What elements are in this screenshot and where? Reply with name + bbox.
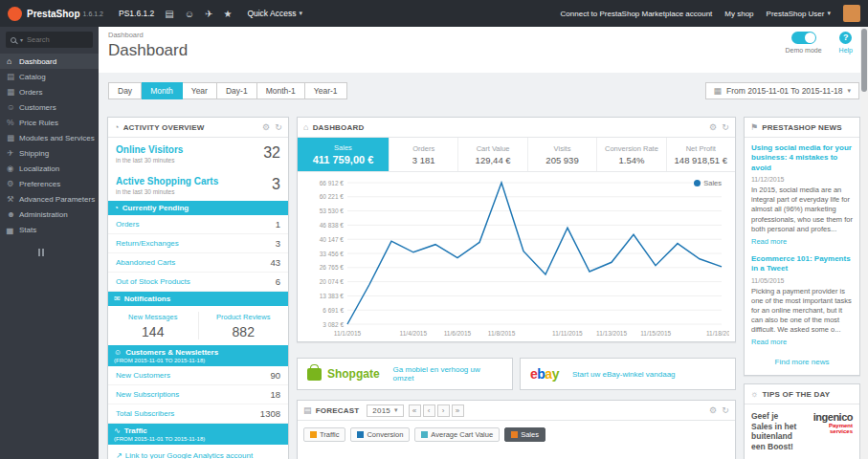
legend-dot-icon [694, 180, 701, 186]
sidebar-item-customers[interactable]: ☺ Customers [0, 99, 99, 115]
kpi-cart-value[interactable]: Cart Value 129,44 € [458, 138, 527, 171]
next-page-button[interactable]: › [437, 404, 450, 417]
online-visitors-link[interactable]: Online Visitors [116, 144, 183, 155]
cart-icon[interactable]: ▤ [165, 9, 173, 19]
pending-row: Orders 1 [108, 215, 288, 234]
flag-icon: ⚑ [750, 122, 758, 132]
refresh-icon[interactable]: ↻ [722, 122, 729, 132]
refresh-icon[interactable]: ↻ [275, 122, 282, 132]
gear-icon[interactable]: ⚙ [709, 122, 717, 132]
last-page-button[interactable]: » [452, 404, 464, 417]
sidebar-collapse-button[interactable] [38, 249, 99, 256]
sidebar-item-localization[interactable]: ◉ Localization [0, 161, 99, 176]
sidebar-item-dashboard[interactable]: ⌂ Dashboard [0, 54, 99, 69]
range-month-button[interactable]: Month [142, 82, 183, 99]
kpi-sales[interactable]: Sales 411 759,00 € [298, 138, 389, 171]
sidebar-item-price-rules[interactable]: % Price Rules [0, 115, 99, 130]
clock-icon: ◔ [114, 204, 119, 212]
activity-panel-title: ACTIVITY OVERVIEW [123, 123, 205, 132]
range-year-button[interactable]: Year [183, 82, 217, 99]
svg-text:13 383 €: 13 383 € [320, 293, 345, 299]
news-article-title[interactable]: Using social media for your business: 4 … [751, 143, 853, 173]
demo-mode-toggle[interactable] [791, 32, 816, 44]
find-more-news-link[interactable]: Find more news [775, 358, 830, 366]
gear-icon[interactable]: ⚙ [709, 405, 717, 415]
read-more-link[interactable]: Read more [751, 338, 787, 346]
notifications-columns: New Messages 144 Product Reviews 882 [108, 306, 288, 345]
trophy-icon[interactable]: ★ [223, 9, 232, 19]
product-reviews-link[interactable]: Product Reviews [216, 313, 270, 321]
sidebar-item-label: Advanced Parameters [19, 195, 95, 204]
shop-name-link[interactable]: PS1.6.1.2 [119, 9, 154, 18]
logo-version: 1.6.1.2 [83, 11, 103, 17]
forecast-nav: « ‹ › » [409, 404, 464, 417]
sidebar-item-preferences[interactable]: ⚙ Preferences [0, 176, 99, 191]
user-menu[interactable]: PrestaShop User ▾ [767, 10, 831, 18]
news-article-title[interactable]: Ecommerce 101: Payments in a Tweet [751, 254, 853, 274]
first-page-button[interactable]: « [409, 404, 421, 417]
my-shop-link[interactable]: My shop [724, 10, 753, 18]
svg-text:11/8/2015: 11/8/2015 [488, 330, 516, 337]
tips-heading: Geef je Sales in het buitenland een Boos… [751, 411, 802, 452]
chart-legend[interactable]: Sales [694, 179, 722, 187]
pending-returns-link[interactable]: Return/Exchanges [116, 239, 179, 248]
range-month-1-button[interactable]: Month-1 [257, 82, 305, 99]
prev-page-button[interactable]: ‹ [423, 404, 435, 417]
legend-chip-conversion[interactable]: Conversion [350, 427, 410, 442]
stats-icon: ▅ [7, 225, 19, 234]
kpi-visits[interactable]: Visits 205 939 [528, 138, 597, 171]
quick-access-menu[interactable]: Quick Access ▾ [247, 9, 302, 18]
kpi-orders[interactable]: Orders 3 181 [389, 138, 458, 171]
sidebar-item-orders[interactable]: ▦ Orders [0, 84, 99, 99]
date-range-picker[interactable]: ▦ From 2015-11-01 To 2015-11-18 ▾ [705, 82, 859, 99]
year-select[interactable]: 2015 ▾ [367, 404, 403, 417]
page-scrollbar[interactable] [860, 27, 868, 459]
scrollbar-thumb[interactable] [861, 29, 867, 92]
marketplace-link[interactable]: Connect to PrestaShop Marketplace accoun… [561, 10, 713, 18]
forecast-panel-title: FORECAST [316, 406, 360, 415]
sidebar-item-advanced-parameters[interactable]: ⚒ Advanced Parameters [0, 191, 99, 207]
refresh-icon[interactable]: ↻ [722, 405, 729, 415]
svg-text:11/15/2015: 11/15/2015 [640, 330, 671, 337]
sidebar-item-label: Localization [19, 164, 59, 173]
ebay-link[interactable]: Start uw eBay-winkel vandaag [572, 370, 676, 379]
help-label[interactable]: Help [839, 47, 853, 54]
pending-orders-link[interactable]: Orders [116, 220, 139, 229]
sidebar-item-modules[interactable]: ▩ Modules and Services [0, 130, 99, 145]
sidebar-item-catalog[interactable]: ▤ Catalog [0, 69, 99, 84]
google-analytics-link[interactable]: ↗Link to your Google Analytics account [116, 451, 253, 459]
new-customers-link[interactable]: New Customers [116, 371, 170, 380]
active-carts-link[interactable]: Active Shopping Carts [116, 176, 218, 186]
search-input[interactable] [27, 35, 82, 44]
sidebar-search[interactable]: ▾ [6, 32, 93, 48]
help-icon[interactable]: ? [839, 32, 852, 44]
prestashop-logo[interactable] [8, 7, 22, 21]
out-of-stock-link[interactable]: Out of Stock Products [116, 277, 190, 286]
svg-text:46 838 €: 46 838 € [320, 222, 345, 229]
sidebar-item-administration[interactable]: ☻ Administration [0, 207, 99, 222]
new-subscriptions-link[interactable]: New Subscriptions [116, 390, 179, 399]
range-year-1-button[interactable]: Year-1 [305, 82, 347, 99]
kpi-net-profit[interactable]: Net Profit 148 918,51 € [667, 138, 735, 171]
avatar[interactable] [843, 5, 860, 22]
shopgate-link[interactable]: Ga mobiel en verhoog uw omzet [393, 365, 502, 382]
abandoned-carts-link[interactable]: Abandoned Carts [116, 258, 175, 267]
tips-of-the-day-panel: ☼ TIPS OF THE DAY Geef je Sales in het b… [744, 383, 860, 459]
range-day-1-button[interactable]: Day-1 [217, 82, 257, 99]
legend-chip-average-cart-value[interactable]: Average Cart Value [414, 427, 500, 442]
sidebar-item-shipping[interactable]: ✈ Shipping [0, 145, 99, 161]
svg-text:11/6/2015: 11/6/2015 [444, 330, 472, 337]
read-more-link[interactable]: Read more [751, 237, 787, 246]
svg-text:11/11/2015: 11/11/2015 [552, 330, 583, 337]
legend-chip-traffic[interactable]: Traffic [303, 427, 345, 442]
user-icon[interactable]: ☺ [185, 9, 194, 19]
total-subscribers-link[interactable]: Total Subscribers [116, 409, 174, 418]
range-day-button[interactable]: Day [108, 82, 142, 99]
traffic-swatch-icon [310, 431, 317, 438]
legend-chip-sales[interactable]: Sales [504, 427, 545, 442]
new-messages-link[interactable]: New Messages [128, 313, 177, 321]
sidebar-item-stats[interactable]: ▅ Stats [0, 222, 99, 237]
kpi-conversion-rate[interactable]: Conversion Rate 1.54% [597, 138, 666, 171]
gear-icon[interactable]: ⚙ [262, 122, 270, 132]
rocket-icon[interactable]: ✈ [205, 9, 212, 19]
